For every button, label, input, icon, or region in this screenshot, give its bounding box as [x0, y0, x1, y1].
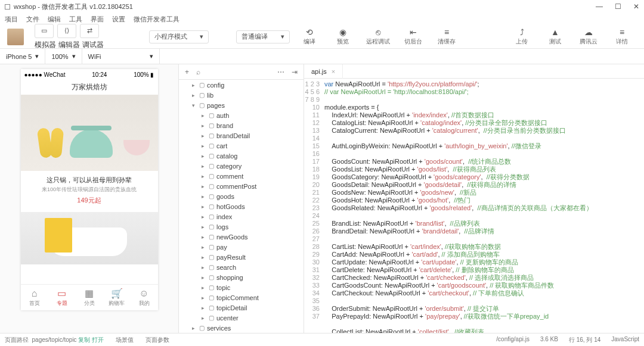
params-label: 页面参数 — [145, 336, 169, 344]
tree-brand[interactable]: ▸▢brand — [179, 120, 304, 130]
product-price: 149元起 — [23, 196, 156, 205]
tree-goods[interactable]: ▸▢goods — [179, 191, 304, 201]
battery: 100% ▮ — [134, 71, 154, 78]
editor-tab[interactable]: api.js× — [304, 64, 343, 79]
menu-项目[interactable]: 项目 — [5, 15, 18, 24]
test-button[interactable]: ▲测试 — [540, 26, 570, 48]
menu-界面[interactable]: 界面 — [91, 15, 104, 24]
tree-config[interactable]: ▸▢config — [179, 80, 304, 90]
tree-lib[interactable]: ▸▢lib — [179, 90, 304, 100]
menu-微信开发者工具[interactable]: 微信开发者工具 — [134, 15, 179, 24]
menu-编辑[interactable]: 编辑 — [48, 15, 61, 24]
app-icon — [5, 4, 10, 10]
copy-link[interactable]: 复制 — [78, 336, 90, 343]
tree-cart[interactable]: ▸▢cart — [179, 141, 304, 151]
page-title: 万家烘焙坊 — [21, 80, 158, 95]
code-editor[interactable]: var NewApiRootUrl = 'https://fly2you.cn/… — [324, 79, 644, 333]
collapse-icon[interactable]: ⇥ — [292, 68, 298, 76]
preview-button[interactable]: ◉预览 — [328, 26, 358, 48]
background-button[interactable]: ⇤切后台 — [398, 26, 428, 48]
tab-mine[interactable]: ☺我的 — [131, 285, 158, 310]
debugger-button[interactable]: ⇄ — [80, 24, 99, 38]
tree-newGoods[interactable]: ▸▢newGoods — [179, 232, 304, 242]
tree-commentPost[interactable]: ▸▢commentPost — [179, 181, 304, 191]
menu-工具[interactable]: 工具 — [69, 15, 82, 24]
status-file: /config/api.js — [496, 336, 530, 344]
tree-services[interactable]: ▸▢services — [179, 323, 304, 333]
tree-comment[interactable]: ▸▢comment — [179, 171, 304, 181]
tree-payResult[interactable]: ▸▢payResult — [179, 252, 304, 262]
status-pos: 行 16, 列 14 — [569, 336, 600, 344]
tree-pay[interactable]: ▸▢pay — [179, 242, 304, 252]
minimize-button[interactable]: — — [596, 2, 603, 11]
search-icon[interactable]: ⌕ — [196, 68, 200, 76]
carrier: ●●●●● WeChat — [24, 71, 66, 78]
close-button[interactable]: ✕ — [633, 2, 639, 11]
tab-home[interactable]: ⌂首页 — [21, 285, 48, 310]
zoom-select[interactable]: 100%▾ — [45, 49, 82, 64]
scene-label: 场景值 — [116, 336, 134, 344]
simulator-frame: ●●●●● WeChat 10:24 100% ▮ 万家烘焙坊 这只锅，可以从祖… — [21, 69, 158, 310]
product-banner[interactable] — [21, 95, 158, 171]
menu-文件[interactable]: 文件 — [26, 15, 39, 24]
tree-category[interactable]: ▸▢category — [179, 161, 304, 171]
avatar[interactable] — [7, 29, 24, 45]
add-file-icon[interactable]: + — [185, 68, 189, 76]
path-label: 页面路径 — [5, 336, 29, 343]
details-button[interactable]: ≡详情 — [607, 26, 637, 48]
clock: 10:24 — [92, 71, 107, 78]
tree-hotGoods[interactable]: ▸▢hotGoods — [179, 201, 304, 211]
remote-button[interactable]: ⎋远程调试 — [361, 26, 395, 48]
tree-shopping[interactable]: ▸▢shopping — [179, 272, 304, 282]
tree-topicComment[interactable]: ▸▢topicComment — [179, 292, 304, 303]
compile-select[interactable]: 普通编译▾ — [236, 30, 290, 43]
tree-topicDetail[interactable]: ▸▢topicDetail — [179, 303, 304, 313]
cloud-button[interactable]: ☁腾讯云 — [574, 26, 603, 48]
product-subtitle: 来100年传世珐琅锅源自法国的贵族血统 — [23, 186, 156, 194]
mode-select[interactable]: 小程序模式▾ — [149, 30, 209, 43]
tree-ucenter[interactable]: ▸▢ucenter — [179, 313, 304, 323]
tree-search[interactable]: ▸▢search — [179, 262, 304, 272]
tree-pages[interactable]: ▾▢pages — [179, 100, 304, 110]
simulator-button[interactable]: ▭ — [35, 24, 54, 38]
open-link[interactable]: 打开 — [92, 336, 104, 343]
tab-cart[interactable]: 🛒购物车 — [103, 285, 131, 310]
status-lang: JavaScript — [611, 336, 639, 344]
status-size: 3.6 KB — [540, 336, 558, 344]
tree-catalog[interactable]: ▸▢catalog — [179, 151, 304, 161]
tree-auth[interactable]: ▸▢auth — [179, 110, 304, 120]
tree-index[interactable]: ▸▢index — [179, 211, 304, 222]
compile-button[interactable]: ⟲编译 — [295, 26, 324, 48]
clearcache-button[interactable]: ≡清缓存 — [432, 26, 462, 48]
editor-button[interactable]: ⟨⟩ — [57, 24, 76, 38]
window-title: wxshop - 微信开发者工具 v1.02.1804251 — [14, 2, 133, 11]
tab-topic[interactable]: ▭专题 — [48, 285, 76, 310]
tree-brandDetail[interactable]: ▸▢brandDetail — [179, 130, 304, 141]
menu-设置[interactable]: 设置 — [112, 15, 125, 24]
tree-topic[interactable]: ▸▢topic — [179, 282, 304, 292]
product-title: 这只锅，可以从祖母用到孙辈 — [23, 176, 156, 185]
product-banner-2[interactable] — [21, 212, 158, 264]
maximize-button[interactable]: ☐ — [615, 2, 621, 11]
device-select[interactable]: iPhone 5▾ — [0, 49, 45, 64]
upload-button[interactable]: ⤴上传 — [507, 26, 537, 48]
tree-logs[interactable]: ▸▢logs — [179, 222, 304, 232]
close-tab-icon[interactable]: × — [332, 68, 335, 75]
network-select[interactable]: WiFi▾ — [82, 49, 160, 64]
tab-category[interactable]: ▦分类 — [76, 285, 103, 310]
